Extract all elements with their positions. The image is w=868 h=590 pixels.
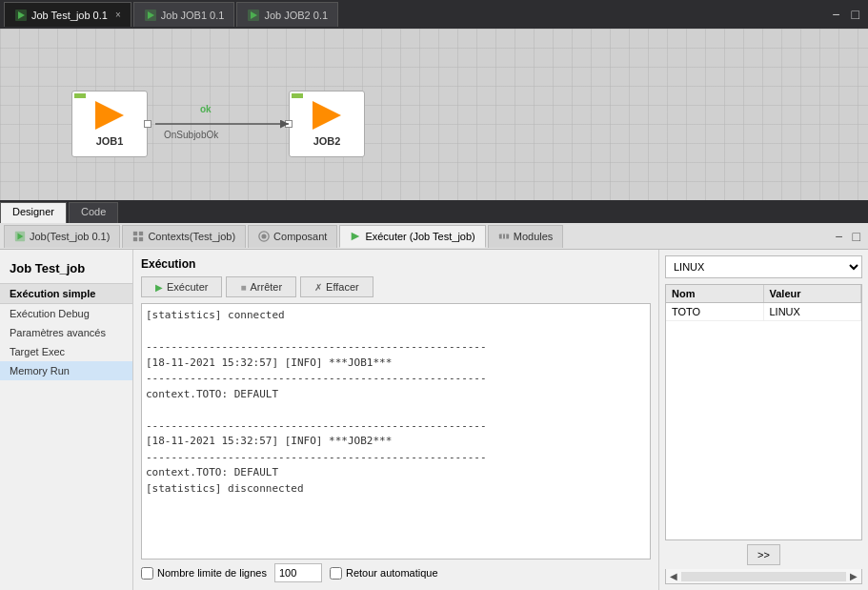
connection-label: OnSubjobOk	[164, 130, 219, 140]
job-icon	[14, 9, 28, 22]
scroll-left-button[interactable]: ◀	[666, 571, 681, 581]
sidebar-section-executer[interactable]: Exécution simple	[0, 283, 132, 304]
tab2-label: Job JOB2 0.1	[264, 10, 328, 21]
left-sidebar: Job Test_job Exécution simple Exécution …	[0, 250, 133, 590]
modules-tab-icon	[498, 231, 510, 242]
env-row-nom: TOTO	[666, 303, 764, 320]
svg-rect-12	[139, 237, 143, 241]
env-bottom-scrollbar: ◀ ▶	[665, 569, 862, 584]
svg-rect-9	[133, 232, 137, 235]
run-icon: ▶	[155, 282, 163, 293]
ok-label: ok	[200, 104, 212, 114]
job2-node[interactable]: JOB2	[289, 91, 365, 157]
panel-tab-controls: − □	[831, 228, 864, 245]
env-dropdown-container: LINUX	[665, 255, 862, 278]
tab-job2[interactable]: Job JOB2 0.1	[236, 2, 338, 27]
env-forward-button[interactable]: >>	[747, 544, 780, 565]
execution-buttons: ▶ Exécuter ■ Arrêter ✗ Effacer	[141, 276, 651, 297]
tab-composant[interactable]: Composant	[248, 225, 337, 248]
node2-label: JOB2	[313, 135, 341, 147]
minimize-button[interactable]: −	[827, 5, 844, 24]
log-area-container	[141, 303, 651, 559]
execution-panel: Exécution ▶ Exécuter ■ Arrêter ✗ Effacer	[133, 250, 658, 590]
job2-icon	[247, 9, 260, 22]
job1-node[interactable]: JOB1	[71, 91, 148, 157]
node2-play-icon	[313, 101, 341, 130]
node-play-icon	[95, 101, 124, 130]
log-textarea[interactable]	[142, 304, 650, 559]
env-panel: LINUX Nom Valeur TOTO LINUX >> ◀ ▶	[658, 250, 868, 590]
executer-tab-icon	[350, 231, 361, 242]
env-dropdown[interactable]: LINUX	[665, 255, 862, 278]
limit-checkbox[interactable]	[141, 567, 153, 580]
page-title: Job Test_job	[0, 257, 132, 283]
code-mode-tab[interactable]: Code	[69, 202, 118, 223]
sidebar-item-debug[interactable]: Exécution Debug	[0, 304, 132, 323]
node1-output-port[interactable]	[144, 120, 151, 128]
designer-mode-tab[interactable]: Designer	[0, 202, 67, 223]
env-table: Nom Valeur TOTO LINUX	[665, 284, 862, 540]
env-table-header: Nom Valeur	[666, 285, 861, 303]
clear-button[interactable]: ✗ Effacer	[300, 276, 373, 297]
env-col-valeur: Valeur	[764, 285, 862, 302]
limit-label: Nombre limite de lignes	[141, 567, 267, 580]
tab-test-job[interactable]: Job Test_job 0.1 ×	[4, 2, 131, 27]
panel-content-area: Job Test_job Exécution simple Exécution …	[0, 250, 868, 590]
close-icon[interactable]: ×	[115, 10, 121, 20]
window-controls: − □	[827, 5, 864, 24]
sidebar-item-target[interactable]: Target Exec	[0, 342, 132, 361]
limit-value-input[interactable]	[274, 563, 322, 582]
env-row-valeur: LINUX	[764, 303, 862, 320]
node2-status-bar	[292, 93, 303, 98]
panel-tabs-bar: Job(Test_job 0.1) Contexts(Test_job) Com…	[0, 223, 868, 250]
env-forward-container: >>	[665, 544, 862, 565]
log-footer: Nombre limite de lignes Retour automatiq…	[141, 563, 651, 582]
stop-button[interactable]: ■ Arrêter	[226, 276, 296, 297]
auto-return-checkbox[interactable]	[330, 567, 342, 580]
tab-job-info[interactable]: Job(Test_job 0.1)	[4, 225, 120, 248]
contexts-tab-icon	[132, 231, 144, 242]
mode-tabs-bar: Designer Code	[0, 200, 868, 223]
svg-rect-11	[133, 237, 137, 241]
job1-icon	[144, 9, 157, 22]
execution-title: Exécution	[141, 257, 651, 271]
sidebar-item-memory[interactable]: Memory Run	[0, 361, 132, 380]
job-tab-icon	[14, 231, 26, 242]
node-status-bar	[74, 93, 86, 98]
tab-label: Job Test_job 0.1	[31, 10, 108, 21]
designer-canvas: JOB1 JOB2 ok OnSubjobOk	[0, 29, 868, 200]
scroll-right-button[interactable]: ▶	[846, 571, 861, 581]
sidebar-item-params[interactable]: Paramètres avancés	[0, 323, 132, 342]
svg-rect-10	[139, 232, 143, 235]
panel-minimize-button[interactable]: −	[831, 228, 846, 245]
tab-modules[interactable]: Modules	[488, 225, 564, 248]
run-button[interactable]: ▶ Exécuter	[141, 276, 222, 297]
composant-tab-icon	[258, 231, 270, 242]
tab-contexts[interactable]: Contexts(Test_job)	[122, 225, 246, 248]
env-col-nom: Nom	[666, 285, 764, 302]
maximize-button[interactable]: □	[847, 5, 864, 24]
tab-job1[interactable]: Job JOB1 0.1	[133, 2, 235, 27]
svg-marker-15	[352, 232, 360, 240]
scroll-track[interactable]	[681, 572, 846, 581]
node2-input-port[interactable]	[285, 120, 293, 128]
clear-icon: ✗	[314, 282, 322, 293]
tab-executer[interactable]: Exécuter (Job Test_job)	[339, 225, 485, 248]
node1-label: JOB1	[96, 135, 124, 147]
auto-return-label: Retour automatique	[330, 567, 438, 580]
svg-rect-16	[499, 234, 509, 238]
svg-point-14	[262, 234, 267, 238]
tab1-label: Job JOB1 0.1	[161, 10, 225, 21]
env-table-row: TOTO LINUX	[666, 303, 861, 321]
main-panel: Job(Test_job 0.1) Contexts(Test_job) Com…	[0, 223, 868, 590]
panel-maximize-button[interactable]: □	[849, 228, 864, 245]
title-bar: Job Test_job 0.1 × Job JOB1 0.1 Job JOB2…	[0, 0, 868, 29]
stop-icon: ■	[240, 282, 246, 293]
